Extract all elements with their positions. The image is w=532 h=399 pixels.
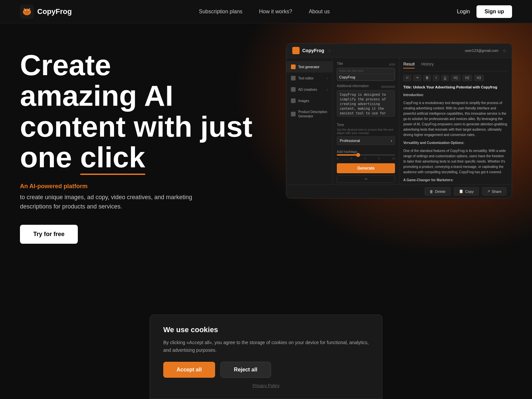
hero-title-line2: amazing AI — [20, 79, 173, 112]
toolbar-redo-btn[interactable]: ↷ — [413, 75, 421, 81]
try-free-button[interactable]: Try for free — [20, 225, 78, 244]
cookie-text: By clicking «Accept all», you agree to t… — [163, 339, 369, 354]
clip-button[interactable]: ✂ — [337, 175, 395, 183]
ad-creatives-chevron-icon: › — [327, 88, 328, 91]
app-body: Text generator Text editor › AD creative… — [286, 58, 512, 184]
tone-label: Tone — [337, 123, 344, 127]
hashtags-slider-fill — [337, 154, 357, 156]
hero-content: Create amazing AI content with just one … — [20, 50, 253, 244]
nav-subscription-plans[interactable]: Subscription plans — [199, 9, 242, 15]
sidebar-item-text-editor[interactable]: Text editor › — [286, 72, 332, 84]
hero-section: Create amazing AI content with just one … — [0, 23, 532, 323]
result-toolbar: ↶ ↷ B I U H1 H2 H3 — [403, 75, 508, 81]
navbar: CopyFrog Subscription plans How it works… — [0, 0, 532, 23]
sidebar-item-images[interactable]: Images — [286, 95, 332, 106]
toolbar-h2-btn[interactable]: H2 — [463, 75, 472, 81]
cookie-title: We use cookies — [163, 326, 369, 334]
svg-point-6 — [28, 10, 29, 11]
toolbar-h3-btn[interactable]: H3 — [474, 75, 484, 81]
hashtags-slider-thumb[interactable] — [356, 153, 360, 157]
app-mockup: CopyFrog ‹ user123@gmail.com ⎋ Text gene… — [286, 43, 512, 199]
app-main-area: Title 8/30 Enter the title here CopyFrog… — [333, 58, 512, 184]
toolbar-h1-btn[interactable]: H1 — [451, 75, 461, 81]
tone-hint: Set the desired tone to ensure that the … — [337, 128, 395, 135]
app-logo-icon — [292, 47, 300, 54]
cookie-buttons: Accept all Reject all — [163, 362, 369, 378]
title-field-label: Title — [337, 62, 343, 66]
sidebar-item-text-generator[interactable]: Text generator — [286, 61, 332, 72]
tone-field-group: Tone Set the desired tone to ensure that… — [337, 121, 395, 145]
hashtags-slider-marks: 2 4 6 8 10 — [337, 157, 395, 160]
sidebar-product-label: Product Description Generator — [298, 110, 328, 118]
login-button[interactable]: Login — [457, 9, 470, 15]
hashtags-label: Add hashtags — [337, 150, 357, 154]
delete-label: Delete — [435, 190, 446, 194]
result-tab-history[interactable]: History — [421, 62, 434, 68]
toolbar-underline-btn[interactable]: U — [441, 75, 449, 81]
app-left-panel: Title 8/30 Enter the title here CopyFrog… — [333, 58, 399, 184]
product-desc-icon — [291, 112, 296, 116]
share-label: Share — [492, 190, 501, 194]
signup-button[interactable]: Sign up — [476, 5, 512, 18]
text-editor-chevron-icon: › — [327, 76, 328, 80]
sidebar-item-ad-creatives[interactable]: AD creatives › — [286, 84, 332, 95]
app-mockup-container: CopyFrog ‹ user123@gmail.com ⎋ Text gene… — [286, 43, 512, 199]
tone-select[interactable]: Professional › — [337, 136, 395, 145]
result-versatility-heading: Versatility and Customization Options: — [403, 140, 508, 146]
additional-info-label: Additional information — [337, 84, 369, 88]
app-topbar: CopyFrog ‹ user123@gmail.com ⎋ — [286, 44, 512, 58]
additional-info-textarea[interactable]: CopyFrog is designed to simplify the pro… — [337, 90, 395, 117]
delete-icon: 🗑 — [430, 190, 433, 194]
nav-how-it-works[interactable]: How it works? — [259, 9, 292, 15]
hero-title: Create amazing AI content with just one … — [20, 50, 253, 173]
sidebar-images-label: Images — [298, 99, 309, 103]
app-collapse-icon[interactable]: ‹ — [329, 48, 331, 53]
toolbar-bold-btn[interactable]: B — [423, 75, 431, 81]
privacy-policy-link[interactable]: Privacy Policy — [163, 383, 369, 388]
app-logout-icon[interactable]: ⎋ — [503, 48, 506, 53]
toolbar-undo-btn[interactable]: ↶ — [403, 75, 411, 81]
nav-about-us[interactable]: About us — [309, 9, 330, 15]
ad-creatives-icon — [291, 87, 296, 92]
logo-icon — [20, 5, 34, 19]
title-field-group: Title 8/30 Enter the title here CopyFrog — [337, 62, 395, 81]
app-bottom-bar: 🗑 Delete 📋 Copy ↗ Share — [286, 184, 512, 198]
app-user-email: user123@gmail.com — [465, 49, 498, 53]
copy-button[interactable]: 📋 Copy — [454, 187, 479, 196]
app-sidebar: Text generator Text editor › AD creative… — [286, 58, 333, 184]
result-intro-heading: Introduction: — [403, 92, 508, 98]
result-main-title: Title: Unlock Your Advertising Potential… — [403, 84, 508, 90]
share-button[interactable]: ↗ Share — [482, 187, 506, 196]
hero-title-line1: Create — [20, 49, 111, 81]
result-text-area: Title: Unlock Your Advertising Potential… — [403, 84, 508, 184]
sidebar-text-gen-label: Text generator — [298, 65, 320, 69]
hashtags-slider-track[interactable] — [337, 154, 395, 156]
copy-icon: 📋 — [459, 189, 464, 194]
additional-info-field-group: Additional information 2665/9000 CopyFro… — [337, 84, 395, 121]
svg-point-5 — [26, 10, 26, 11]
result-tab-result[interactable]: Result — [403, 62, 415, 68]
sidebar-ad-label: AD creatives — [298, 88, 317, 91]
accept-all-button[interactable]: Accept all — [163, 362, 215, 378]
toolbar-italic-btn[interactable]: I — [433, 75, 439, 81]
logo[interactable]: CopyFrog — [20, 5, 72, 19]
sidebar-item-product-desc[interactable]: Product Description Generator — [286, 106, 332, 122]
share-icon: ↗ — [487, 189, 490, 194]
result-game-changer-heading: A Game-Changer for Marketers: — [403, 178, 508, 183]
app-topbar-left: CopyFrog ‹ — [292, 47, 331, 54]
reject-all-button[interactable]: Reject all — [220, 362, 271, 378]
copy-label: Copy — [465, 190, 474, 194]
text-editor-icon — [291, 76, 296, 80]
nav-links: Subscription plans How it works? About u… — [199, 9, 330, 15]
delete-button[interactable]: 🗑 Delete — [425, 187, 451, 196]
generate-button[interactable]: Generate — [337, 163, 395, 173]
additional-info-counter: 2665/9000 — [381, 85, 395, 88]
tone-selected-value: Professional — [340, 139, 360, 143]
result-tabs: Result History — [403, 62, 508, 71]
title-placeholder-text: Enter the title here — [337, 68, 395, 74]
hero-subtitle: An AI-powered platform — [20, 183, 253, 190]
title-input[interactable]: CopyFrog — [337, 74, 395, 80]
cookie-banner: We use cookies By clicking «Accept all»,… — [150, 315, 382, 399]
hero-description: to create unique images, ad copy, video … — [20, 193, 193, 212]
images-icon — [291, 98, 296, 103]
